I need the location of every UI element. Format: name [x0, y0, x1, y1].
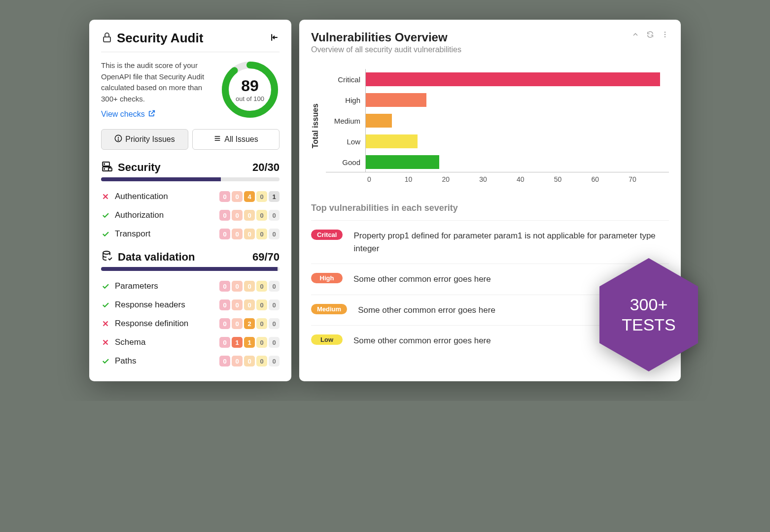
chart-bar — [366, 72, 660, 86]
issues-chart: Total issues Critical High Medium Low Go… — [311, 69, 669, 183]
severity-badges: 00000 — [219, 210, 280, 221]
severity-count-badge: 0 — [256, 191, 267, 202]
section-score: 69/70 — [252, 251, 280, 264]
check-row[interactable]: Parameters 00000 — [101, 277, 280, 296]
severity-count-badge: 0 — [232, 299, 243, 310]
check-name: Response headers — [115, 300, 185, 310]
severity-count-badge: 0 — [219, 318, 230, 329]
svg-point-7 — [104, 164, 105, 165]
server-lock-icon — [101, 161, 113, 174]
score-value: 89 — [241, 77, 259, 95]
x-axis-tick: 70 — [629, 175, 666, 183]
lock-icon — [101, 32, 113, 45]
x-axis-tick: 20 — [442, 175, 480, 183]
check-name: Transport — [115, 229, 150, 239]
vulnerability-text: Property prop1 defined for parameter par… — [353, 230, 669, 255]
severity-count-badge: 0 — [269, 318, 280, 329]
vulnerability-row[interactable]: Critcal Property prop1 defined for param… — [311, 220, 669, 264]
hex-badge-line2: TESTS — [622, 315, 676, 334]
chart-bar-row: Medium — [326, 110, 669, 131]
collapse-icon[interactable] — [631, 31, 639, 40]
chart-bar — [366, 134, 418, 148]
section-title: Security — [118, 161, 161, 174]
check-row[interactable]: Schema 01100 — [101, 333, 280, 352]
section-progress — [101, 267, 280, 271]
db-check-icon — [101, 250, 113, 264]
severity-count-badge: 0 — [269, 356, 280, 366]
severity-count-badge: 0 — [232, 281, 243, 292]
check-row[interactable]: Response definition 00200 — [101, 314, 280, 333]
severity-count-badge: 0 — [232, 318, 243, 329]
check-name: Schema — [115, 337, 145, 347]
tab-priority-issues[interactable]: Priority Issues — [101, 129, 188, 150]
severity-count-badge: 0 — [256, 318, 267, 329]
overview-title: Vulnerabilities Overview — [311, 31, 461, 44]
check-row[interactable]: Authentication 00401 — [101, 187, 280, 206]
check-row[interactable]: Paths 00000 — [101, 352, 280, 370]
check-icon — [101, 300, 110, 309]
svg-point-11 — [665, 32, 665, 33]
severity-count-badge: 0 — [219, 229, 230, 239]
x-axis-tick: 40 — [517, 175, 554, 183]
chart-category-label: Critical — [326, 75, 365, 84]
svg-rect-0 — [104, 37, 110, 42]
severity-count-badge: 0 — [219, 191, 230, 202]
severity-badges: 00000 — [219, 356, 280, 366]
collapse-panel-button[interactable] — [270, 33, 280, 44]
x-axis-tick: 50 — [554, 175, 592, 183]
tests-count-badge: 300+ TESTS — [597, 258, 700, 371]
severity-badges: 00000 — [219, 299, 280, 310]
severity-count-badge: 0 — [256, 299, 267, 310]
x-icon — [101, 338, 110, 347]
severity-badges: 00000 — [219, 281, 280, 292]
tab-all-issues[interactable]: All Issues — [192, 129, 280, 150]
x-axis-tick: 0 — [367, 175, 405, 183]
list-icon — [213, 134, 221, 144]
x-axis-tick: 60 — [592, 175, 629, 183]
severity-pill: Medium — [311, 304, 347, 314]
tab-all-label: All Issues — [224, 135, 258, 144]
section-score: 20/30 — [252, 161, 280, 174]
severity-pill: Low — [311, 334, 343, 345]
severity-count-badge: 0 — [269, 281, 280, 292]
tab-priority-label: Priority Issues — [125, 135, 175, 144]
svg-point-12 — [665, 34, 665, 35]
severity-count-badge: 0 — [244, 356, 255, 366]
svg-rect-9 — [108, 168, 112, 171]
severity-count-badge: 0 — [232, 191, 243, 202]
chart-bar-row: High — [326, 90, 669, 110]
external-link-icon — [148, 109, 156, 119]
severity-count-badge: 0 — [244, 210, 255, 221]
hex-badge-line1: 300+ — [630, 295, 668, 314]
chart-category-label: High — [326, 96, 365, 104]
severity-count-badge: 0 — [256, 281, 267, 292]
check-row[interactable]: Authorization 00000 — [101, 206, 280, 225]
section-title: Data validation — [118, 251, 195, 264]
severity-count-badge: 1 — [244, 337, 255, 348]
refresh-icon[interactable] — [646, 31, 654, 40]
severity-count-badge: 0 — [269, 210, 280, 221]
severity-count-badge: 0 — [219, 356, 230, 366]
severity-count-badge: 0 — [232, 229, 243, 239]
chart-bar-row: Good — [326, 152, 669, 172]
more-icon[interactable] — [661, 31, 669, 40]
severity-count-badge: 2 — [244, 318, 255, 329]
check-row[interactable]: Response headers 00000 — [101, 296, 280, 314]
severity-count-badge: 0 — [244, 281, 255, 292]
check-icon — [101, 282, 110, 291]
check-name: Paths — [115, 356, 136, 366]
severity-count-badge: 0 — [256, 356, 267, 366]
divider — [101, 52, 280, 52]
check-row[interactable]: Transport 00000 — [101, 225, 280, 243]
top-vulnerabilities-title: Top vulnerabilities in each severity — [311, 203, 669, 213]
check-icon — [101, 230, 110, 238]
score-donut: 89 out of 100 — [220, 60, 280, 119]
view-checks-link[interactable]: View checks — [101, 109, 156, 119]
severity-pill: Critcal — [311, 230, 343, 240]
severity-count-badge: 0 — [269, 229, 280, 239]
chart-bar-row: Low — [326, 131, 669, 152]
section-progress — [101, 177, 280, 181]
severity-count-badge: 0 — [219, 299, 230, 310]
severity-count-badge: 0 — [244, 299, 255, 310]
severity-count-badge: 4 — [244, 191, 255, 202]
